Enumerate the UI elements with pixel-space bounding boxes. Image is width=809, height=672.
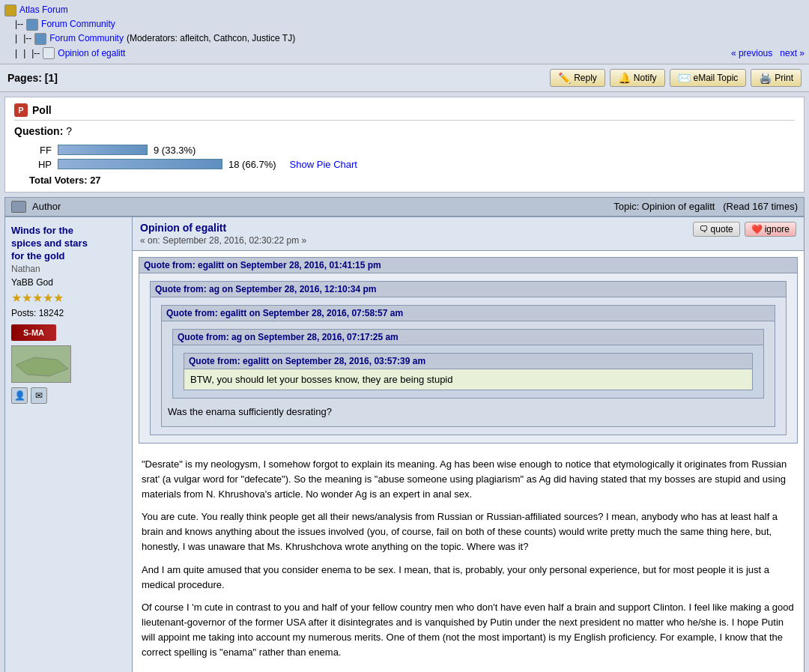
ignore-icon: ❤️ xyxy=(751,224,763,234)
email-icon: ✉️ xyxy=(678,72,691,84)
quote-header-5: Quote from: egalitt on September 28, 201… xyxy=(184,354,752,369)
quote-level-5: Quote from: egalitt on September 28, 201… xyxy=(184,353,753,390)
nav-row-4-left: | | |-- Opinion of egalitt xyxy=(4,46,125,61)
nav-row-4: | | |-- Opinion of egalitt « previous ne… xyxy=(4,46,805,61)
atlas-forum-icon xyxy=(4,4,16,16)
poll-option-hp: HP 18 (66.7%) Show Pie Chart xyxy=(29,159,795,170)
print-button[interactable]: 🖨️ Print xyxy=(751,69,802,87)
prev-link[interactable]: « previous xyxy=(731,48,772,58)
action-buttons: ✏️ Reply 🔔 Notify ✉️ eMail Topic 🖨️ Prin… xyxy=(550,69,802,87)
topic-header: Author Topic: Opinion of egalitt (Read 1… xyxy=(4,197,805,217)
poster-map xyxy=(11,345,71,383)
post-date: « on: September 28, 2016, 02:30:22 pm » xyxy=(140,235,306,246)
poll-option-ff: FF 9 (33.3%) xyxy=(29,145,795,156)
post-paragraph-1: "Desrate" is my neologysm, I somehow for… xyxy=(142,457,795,502)
topic-author-col: Author xyxy=(32,201,607,212)
quote-button[interactable]: 🗨 quote xyxy=(693,222,740,237)
print-icon: 🖨️ xyxy=(759,72,772,84)
quote-level-3: Quote from: egalitt on September 28, 201… xyxy=(161,305,775,427)
atlas-forum-link[interactable]: Atlas Forum xyxy=(19,3,68,17)
opinion-link[interactable]: Opinion of egalitt xyxy=(58,46,125,61)
post-paragraph-3: And I am quite amused that you consider … xyxy=(142,563,795,593)
quote-level-4: Quote from: ag on September 28, 2016, 07… xyxy=(172,329,764,399)
moderators-text: (Moderators: afleitch, Cathcon, Justice … xyxy=(127,31,295,46)
quote-level-2: Quote from: ag on September 28, 2016, 12… xyxy=(150,281,787,435)
post-area: Winds for the spices and stars for the g… xyxy=(4,217,805,672)
hp-bar-container xyxy=(58,159,222,169)
show-pie-chart-link[interactable]: Show Pie Chart xyxy=(290,159,357,170)
poster-posts: Posts: 18242 xyxy=(11,308,126,318)
total-voters: Total Voters: 27 xyxy=(29,175,795,186)
forum-community-link[interactable]: Forum Community xyxy=(41,17,115,31)
nav-row-2: |-- Forum Community xyxy=(4,17,805,31)
reply-button[interactable]: ✏️ Reply xyxy=(550,69,605,87)
ag-inner-response: Was the enama sufficiently desrating? xyxy=(168,402,769,422)
poster-stars: ★★★★★ xyxy=(11,291,126,305)
pages-label: Pages: [1] xyxy=(7,72,58,84)
hp-value: 18 (66.7%) xyxy=(228,159,276,170)
prev-next-links: « previous next » xyxy=(731,46,805,61)
pages-bar: Pages: [1] ✏️ Reply 🔔 Notify ✉️ eMail To… xyxy=(0,64,809,92)
post-header: Opinion of egalitt « on: September 28, 2… xyxy=(133,217,804,251)
post-actions: 🗨 quote ❤️ ignore xyxy=(693,222,796,237)
quote-header-3: Quote from: egalitt on September 28, 201… xyxy=(162,306,775,321)
poll-options: FF 9 (33.3%) HP 18 (66.7%) Show Pie Char… xyxy=(29,145,795,170)
ff-value: 9 (33.3%) xyxy=(154,145,196,156)
poll-icon: P xyxy=(14,103,28,117)
quote-body-2: Quote from: egalitt on September 28, 201… xyxy=(151,297,786,435)
topic-folder-icon xyxy=(11,201,26,213)
quote-body-1: Quote from: ag on September 28, 2016, 12… xyxy=(139,273,797,443)
notify-icon: 🔔 xyxy=(618,72,631,84)
post-sidebar: Winds for the spices and stars for the g… xyxy=(5,217,133,672)
hp-bar xyxy=(58,159,222,169)
notify-button[interactable]: 🔔 Notify xyxy=(610,69,665,87)
post-title: Opinion of egalitt xyxy=(140,222,306,234)
poster-badge: S-MA xyxy=(11,324,56,341)
nav-row-3: | |-- Forum Community (Moderators: aflei… xyxy=(4,31,805,46)
post-paragraph-2: You are cute. You really think people ge… xyxy=(142,509,795,554)
top-nav: Atlas Forum |-- Forum Community | |-- Fo… xyxy=(0,0,809,64)
quote-header-2: Quote from: ag on September 28, 2016, 12… xyxy=(151,282,786,297)
poster-icons: 👤 ✉ xyxy=(11,387,126,404)
quote-header-1: Quote from: egalitt on September 28, 201… xyxy=(139,258,797,273)
poster-rank: YaBB God xyxy=(11,277,126,288)
view-profile-icon[interactable]: 👤 xyxy=(11,387,28,404)
post-content: Opinion of egalitt « on: September 28, 2… xyxy=(133,217,804,672)
post-title-area: Opinion of egalitt « on: September 28, 2… xyxy=(140,222,306,246)
nav-row-1: Atlas Forum xyxy=(4,3,805,17)
reply-icon: ✏️ xyxy=(558,72,571,84)
ff-bar xyxy=(58,145,148,155)
quote-header-4: Quote from: ag on September 28, 2016, 07… xyxy=(173,330,763,345)
email-topic-button[interactable]: ✉️ eMail Topic xyxy=(670,69,747,87)
opinion-doc-icon xyxy=(43,47,55,59)
poll-section: P Poll Question: ? FF 9 (33.3%) HP 18 (6… xyxy=(4,97,805,193)
quote-body-5: BTW, you should let your bosses know, th… xyxy=(184,369,752,390)
poll-header: P Poll xyxy=(14,103,795,121)
quote-icon: 🗨 xyxy=(700,224,709,234)
poll-question: Question: ? xyxy=(14,125,795,137)
next-link[interactable]: next » xyxy=(780,48,805,58)
post-body-text: "Desrate" is my neologysm, I somehow for… xyxy=(133,449,804,672)
poster-name: Winds for the spices and stars for the g… xyxy=(11,225,126,263)
forum-community-sub-icon xyxy=(34,33,46,45)
topic-title-text: Topic: Opinion of egalitt (Read 167 time… xyxy=(613,201,798,212)
quote-body-4: Quote from: egalitt on September 28, 201… xyxy=(173,345,763,398)
quote-body-3: Quote from: ag on September 28, 2016, 07… xyxy=(162,321,775,426)
quote-level-1: Quote from: egalitt on September 28, 201… xyxy=(139,257,798,444)
poster-username: Nathan xyxy=(11,264,126,274)
ff-bar-container xyxy=(58,145,148,155)
post-paragraph-4: Of course I 'm cute in contrast to you a… xyxy=(142,600,795,661)
forum-community-icon xyxy=(26,19,38,31)
send-message-icon[interactable]: ✉ xyxy=(31,387,47,404)
ignore-button[interactable]: ❤️ ignore xyxy=(745,222,796,237)
forum-community-sub-link[interactable]: Forum Community xyxy=(49,31,124,46)
